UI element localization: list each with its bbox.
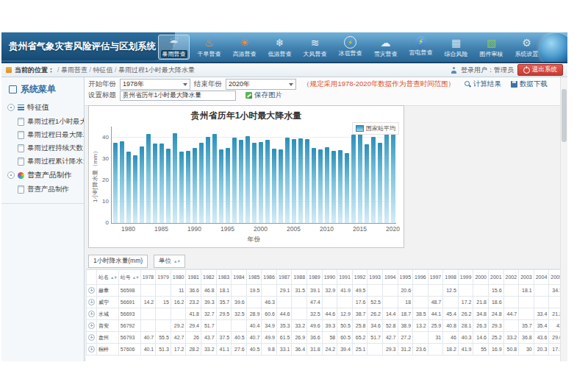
value-cell: 29.2 — [171, 320, 186, 332]
value-cell: 26.9 — [292, 332, 307, 344]
breadcrumb-item[interactable]: 暴雨过程1小时最大降水量 — [118, 66, 195, 74]
value-cell: 35.3 — [276, 320, 292, 332]
x-tick-label: 2000 — [254, 225, 268, 233]
expand-row-icon[interactable] — [88, 334, 95, 341]
data-download-button[interactable]: 数据下载 — [511, 79, 548, 89]
expand-cell — [87, 320, 97, 332]
table-header-row: 站名 ▲▼站号 ▲▼197819791980198119821983198419… — [87, 270, 561, 285]
value-cell: 23.6 — [413, 344, 429, 355]
sidebar-group-0[interactable]: 特征值 — [1, 100, 84, 115]
y-tick-label: 0 — [106, 219, 109, 226]
value-cell: 30 — [519, 344, 534, 355]
toolbar-drought-survey[interactable]: ♨干旱普查 — [193, 35, 225, 60]
breadcrumb-item[interactable]: 暴雨普查 — [61, 66, 87, 74]
table-row[interactable]: 威宁5669114.21516.223.239.335.739.646.347.… — [87, 297, 561, 308]
toolbar-lightning-survey[interactable]: ⚡雷电普查 — [405, 35, 437, 60]
column-header-station-name[interactable]: 站名 ▲▼ — [97, 270, 119, 285]
snow-survey-icon: ☁ — [381, 36, 391, 49]
value-cell — [140, 320, 156, 332]
toolbar-rainstorm-survey[interactable]: ☔暴雨普查 — [158, 35, 190, 60]
table-row[interactable]: 水城5669341.832.729.532.528.960.644.632.54… — [87, 308, 561, 320]
toolbar-snow-survey[interactable]: ☁雪灾普查 — [370, 35, 401, 60]
expand-row-icon[interactable] — [88, 311, 95, 317]
toolbar-item-label: 图件审核 — [480, 50, 503, 58]
expand-toggle-icon[interactable] — [7, 104, 15, 111]
column-header-year: 1995 — [398, 270, 413, 285]
table-row[interactable]: 盘州5679340.755.542.72643.737.540.540.749.… — [87, 332, 561, 344]
toolbar-item-label: 高温普查 — [233, 50, 257, 58]
value-cell: 51.7 — [368, 332, 383, 344]
value-cell: 33.2 — [292, 320, 307, 332]
column-header-station-id[interactable]: 站号 ▲▼ — [118, 270, 140, 285]
value-cell: 51.7 — [201, 320, 217, 332]
expand-cell — [87, 344, 97, 355]
value-cell: 55 — [473, 344, 489, 355]
y-tick-label: 40 — [102, 134, 109, 141]
sidebar-item-0-2[interactable]: 暴雨过程持续天数 — [18, 141, 84, 155]
lightning-survey-icon: ⚡ — [415, 36, 427, 48]
bar-1986 — [166, 149, 171, 223]
save-image-button[interactable]: 保存图片 — [245, 91, 282, 100]
breadcrumb-item[interactable]: 特征值 — [93, 66, 113, 74]
sidebar-group-1[interactable]: 普查产品制作 — [1, 168, 84, 183]
expand-row-icon[interactable] — [88, 346, 95, 353]
expand-row-icon[interactable] — [88, 299, 95, 305]
value-cell — [519, 308, 534, 320]
chart-legend: 国家站平均 — [352, 122, 399, 135]
table-row[interactable]: 普安5679229.229.451.740.434.935.333.249.63… — [87, 320, 561, 332]
value-cell: 14.2 — [140, 297, 156, 308]
sidebar-item-1-0[interactable]: 普查产品制作 — [18, 183, 84, 196]
logout-button[interactable]: 退出系统 — [517, 64, 563, 76]
value-cell: 35.7 — [519, 320, 534, 332]
bar-1993 — [212, 134, 217, 223]
end-year-select[interactable]: 2020年 — [226, 79, 296, 90]
value-cell — [216, 320, 232, 332]
value-cell — [156, 308, 171, 320]
calc-result-button[interactable]: 计算结果 — [465, 79, 501, 89]
value-cell: 49.6 — [307, 320, 323, 332]
toolbar-low-temp-survey[interactable]: ❄低温普查 — [264, 35, 295, 60]
expand-toggle-icon[interactable] — [7, 171, 15, 179]
start-year-select[interactable]: 1978年 — [120, 79, 190, 90]
sidebar-divider — [1, 203, 84, 204]
logout-label: 退出系统 — [532, 66, 557, 74]
range-note: （规定采用1978-2020年数据作为普查时间范围） — [303, 79, 455, 89]
value-cell: 18.1 — [216, 285, 232, 297]
sidebar-item-0-1[interactable]: 暴雨过程日最大降水量 — [18, 128, 84, 141]
unit-selector[interactable]: 单位 ▲▼ — [154, 255, 185, 268]
x-tick-label: 2015 — [353, 225, 367, 233]
expand-cell — [87, 285, 97, 297]
value-cell: 19.5 — [246, 285, 262, 297]
station-id-cell: 56693 — [118, 308, 140, 320]
sidebar-item-0-0[interactable]: 暴雨过程1小时最大降水量 — [18, 115, 84, 128]
sidebar-item-0-3[interactable]: 暴雨过程累计降水量 — [18, 155, 84, 168]
toolbar-system-settings[interactable]: ⚙系统设置 — [511, 35, 542, 60]
table-row[interactable]: 赫章565981136.646.818.119.529.131.539.132.… — [87, 285, 561, 297]
scrollbar[interactable] — [560, 77, 567, 361]
toolbar-hail-survey[interactable]: ⚡冰雹普查 — [334, 35, 366, 60]
sort-icon[interactable]: ▲▼ — [110, 275, 117, 280]
toolbar-composite-risk[interactable]: ▦综合风险 — [440, 35, 472, 60]
expand-row-icon[interactable] — [88, 287, 95, 294]
value-cell: 16.9 — [488, 344, 503, 355]
table-row[interactable]: 桐梓5760640.151.317.228.233.241.127.640.59… — [87, 344, 561, 355]
value-cell: 40.4 — [246, 320, 262, 332]
scrollbar-thumb[interactable] — [562, 89, 567, 142]
chart-title-input[interactable] — [120, 91, 236, 101]
toolbar-wind-survey[interactable]: ≋大风普查 — [299, 35, 331, 60]
toolbar-item-label: 系统设置 — [515, 50, 539, 58]
toolbar-map-review[interactable]: ▧图件审核 — [476, 35, 507, 60]
expand-row-icon[interactable] — [88, 322, 95, 329]
toolbar-item-label: 大风普查 — [304, 50, 327, 58]
value-cell: 18 — [398, 297, 413, 308]
toolbar-high-temp-survey[interactable]: ☀高温普查 — [229, 35, 260, 60]
sort-icon[interactable]: ▲▼ — [132, 275, 139, 280]
value-cell: 49.5 — [352, 285, 368, 297]
sidebar-item-label: 暴雨过程持续天数 — [27, 144, 83, 153]
measure-selector[interactable]: 1小时降水量(mm) — [88, 255, 148, 268]
value-cell: 41.9 — [458, 344, 473, 355]
bar-1981 — [133, 155, 137, 223]
power-icon — [523, 67, 530, 74]
value-cell — [549, 297, 560, 308]
value-cell: 41.8 — [186, 308, 201, 320]
